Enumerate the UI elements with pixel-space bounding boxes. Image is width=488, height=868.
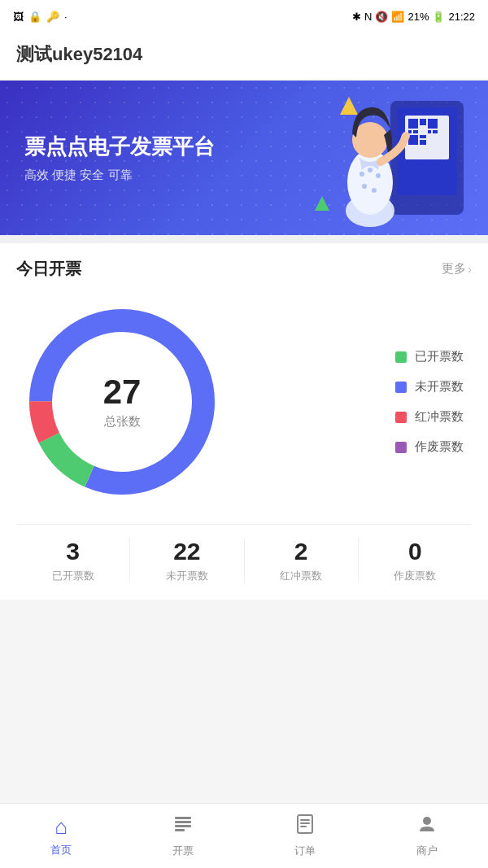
today-title: 今日开票 — [16, 258, 81, 280]
total-count: 27 — [103, 375, 142, 409]
svg-rect-8 — [428, 130, 431, 133]
total-label: 总张数 — [103, 414, 142, 430]
svg-point-18 — [362, 184, 367, 189]
mute-icon: 🔇 — [375, 11, 388, 23]
nfc-icon: N — [364, 11, 372, 23]
legend-issued: 已开票数 — [395, 349, 464, 364]
svg-point-16 — [368, 168, 373, 172]
lock-icon: 🔒 — [28, 11, 41, 23]
status-bar: 🖼 🔒 🔑 · ✱ N 🔇 📶 21% 🔋 21:22 — [0, 0, 488, 33]
svg-rect-12 — [420, 140, 426, 145]
status-left-icons: 🖼 🔒 🔑 · — [13, 11, 68, 23]
legend-dot-voided — [395, 442, 407, 453]
chevron-right-icon: › — [468, 263, 472, 276]
legend-label-issued: 已开票数 — [415, 349, 464, 364]
svg-rect-7 — [428, 119, 438, 129]
more-label: 更多 — [442, 261, 466, 277]
main-content: 测试ukey52104 票点点电子发票平台 高效 便捷 安全 可靠 — [0, 33, 488, 673]
chart-area: 27 总张数 已开票数 未开票数 红冲票数 — [16, 288, 472, 524]
image-icon: 🖼 — [13, 11, 24, 23]
stat-voided: 0 作废票数 — [359, 538, 472, 583]
nav-home-label: 首页 — [50, 843, 72, 857]
stat-number-pending: 22 — [130, 538, 243, 565]
donut-center: 27 总张数 — [103, 375, 142, 430]
svg-rect-5 — [413, 130, 418, 133]
svg-point-34 — [423, 817, 431, 825]
stat-pending: 22 未开票数 — [130, 538, 244, 583]
promo-banner[interactable]: 票点点电子发票平台 高效 便捷 安全 可靠 — [0, 81, 488, 235]
legend-label-reversed: 红冲票数 — [415, 409, 464, 425]
legend-reversed: 红冲票数 — [395, 409, 464, 425]
stat-desc-voided: 作废票数 — [359, 569, 472, 583]
stat-reversed: 2 红冲票数 — [245, 538, 359, 583]
svg-rect-28 — [175, 825, 191, 827]
stat-desc-issued: 已开票数 — [16, 569, 129, 583]
battery-text: 21% — [407, 11, 429, 23]
nav-merchant-label: 商户 — [416, 844, 438, 858]
invoice-icon — [172, 813, 194, 840]
order-icon — [294, 813, 316, 840]
page-header: 测试ukey52104 — [0, 33, 488, 81]
chart-legend: 已开票数 未开票数 红冲票数 作废票数 — [395, 349, 472, 455]
svg-rect-31 — [300, 819, 310, 821]
svg-rect-3 — [408, 119, 418, 129]
banner-illustration — [293, 81, 472, 235]
bottom-nav: ⌂ 首页 开票 订单 — [0, 803, 488, 868]
svg-rect-26 — [175, 817, 191, 819]
svg-rect-6 — [420, 119, 426, 125]
banner-subtitle: 高效 便捷 安全 可靠 — [24, 168, 215, 183]
banner-svg — [309, 85, 472, 231]
donut-chart: 27 总张数 — [16, 296, 228, 508]
svg-point-15 — [359, 172, 364, 177]
time-display: 21:22 — [448, 11, 475, 23]
nav-home[interactable]: ⌂ 首页 — [0, 804, 122, 868]
stat-number-reversed: 2 — [245, 538, 358, 565]
today-header: 今日开票 更多 › — [16, 243, 472, 288]
wifi-icon: 📶 — [391, 11, 404, 23]
stats-row: 3 已开票数 22 未开票数 2 红冲票数 0 作废票数 — [16, 524, 472, 583]
stat-issued: 3 已开票数 — [16, 538, 130, 583]
banner-title: 票点点电子发票平台 — [24, 133, 215, 161]
legend-dot-issued — [395, 351, 407, 363]
nav-invoice-label: 开票 — [172, 844, 194, 858]
more-button[interactable]: 更多 › — [442, 261, 472, 277]
key-icon: 🔑 — [46, 11, 59, 23]
legend-dot-reversed — [395, 412, 407, 423]
nav-invoice[interactable]: 开票 — [122, 804, 244, 868]
status-right-info: ✱ N 🔇 📶 21% 🔋 21:22 — [352, 11, 475, 23]
legend-label-pending: 未开票数 — [415, 379, 464, 395]
nav-order-label: 订单 — [294, 844, 316, 858]
svg-rect-9 — [433, 130, 438, 133]
legend-label-voided: 作废票数 — [415, 439, 464, 455]
svg-rect-27 — [175, 821, 191, 823]
stat-desc-pending: 未开票数 — [130, 569, 243, 583]
stat-number-issued: 3 — [16, 538, 129, 565]
bluetooth-icon: ✱ — [352, 11, 361, 23]
banner-text-block: 票点点电子发票平台 高效 便捷 安全 可靠 — [24, 133, 215, 183]
svg-point-19 — [372, 188, 377, 193]
svg-point-21 — [402, 132, 410, 140]
svg-rect-33 — [300, 826, 307, 827]
nav-merchant[interactable]: 商户 — [366, 804, 488, 868]
stat-desc-reversed: 红冲票数 — [245, 569, 358, 583]
legend-dot-pending — [395, 382, 407, 393]
section-divider — [0, 235, 488, 243]
legend-pending: 未开票数 — [395, 379, 464, 395]
page-title: 测试ukey52104 — [16, 44, 142, 64]
svg-point-17 — [376, 173, 381, 178]
svg-rect-4 — [408, 130, 412, 133]
svg-rect-29 — [175, 829, 185, 831]
svg-rect-11 — [420, 135, 426, 138]
dot-icon: · — [64, 11, 68, 23]
home-icon: ⌂ — [54, 814, 68, 840]
stat-number-voided: 0 — [359, 538, 472, 565]
battery-icon: 🔋 — [432, 11, 445, 23]
svg-rect-32 — [300, 822, 310, 824]
today-section: 今日开票 更多 › — [0, 243, 488, 600]
merchant-icon — [416, 813, 438, 840]
legend-voided: 作废票数 — [395, 439, 464, 455]
nav-order[interactable]: 订单 — [244, 804, 366, 868]
